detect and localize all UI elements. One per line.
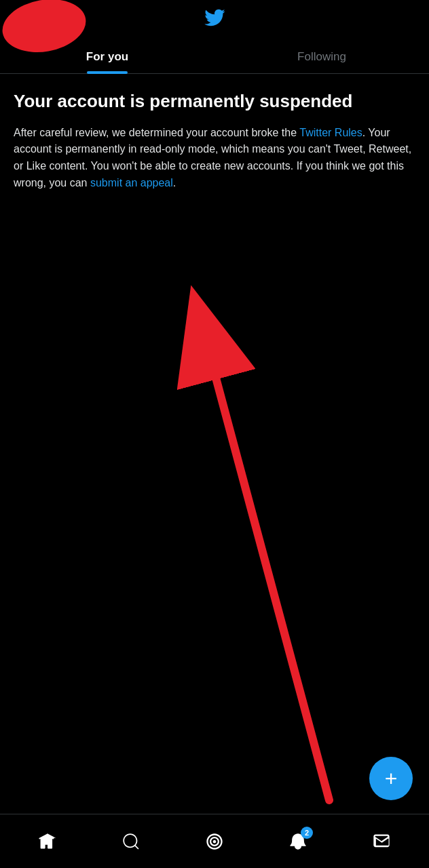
nav-spaces[interactable] [194,821,235,862]
home-icon [38,832,57,851]
tabs-container: For you Following [0,38,429,74]
twitter-rules-link[interactable]: Twitter Rules [299,127,362,138]
main-content: Your account is permanently suspended Af… [0,74,429,205]
messages-icon [372,832,391,851]
nav-messages[interactable] [361,821,402,862]
twitter-logo [204,7,225,31]
svg-line-2 [204,332,329,800]
nav-home[interactable] [27,821,68,862]
notification-badge: 2 [301,827,313,839]
spaces-icon [205,832,224,851]
suspended-body: After careful review, we determined your… [14,125,415,192]
tab-for-you[interactable]: For you [0,38,214,73]
submit-appeal-link[interactable]: submit an appeal [90,177,173,189]
suspended-title: Your account is permanently suspended [14,90,415,113]
nav-search[interactable] [111,821,151,862]
compose-icon: + [385,768,398,789]
nav-notifications[interactable]: 2 [278,821,318,862]
body-text-3: . [173,177,176,189]
header [0,0,429,38]
compose-fab-button[interactable]: + [369,757,413,800]
tab-following[interactable]: Following [214,38,429,73]
bottom-nav: 2 [0,814,429,868]
search-icon [122,832,141,851]
body-text-1: After careful review, we determined your… [14,127,299,138]
